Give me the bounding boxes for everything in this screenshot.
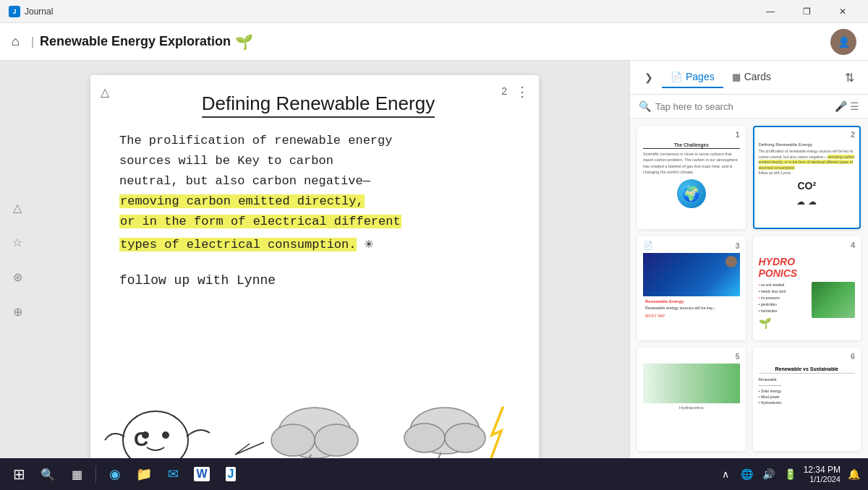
page-thumb-6-content: Renewable vs Sustainable Renewable ─────…: [754, 364, 860, 408]
right-panel: ❯ 📄 Pages ▦ Cards ⇅ 🔍 🎤 ☰: [629, 61, 868, 458]
search-filter-icon[interactable]: ☰: [850, 100, 859, 112]
page-thumb-3-header: 📄 3: [639, 238, 744, 253]
search-container: 🔍 🎤 ☰: [630, 95, 868, 119]
star-asterisk: ✳: [365, 236, 373, 252]
tab-pages[interactable]: 📄 Pages: [662, 66, 723, 88]
page-thumb-3-content: Renewable Energy Renewable energy source…: [639, 253, 744, 340]
titlebar-app-name: Journal: [25, 7, 754, 17]
toolbar-tag-icon[interactable]: ⊕: [9, 303, 26, 320]
mail-icon: ✉: [168, 466, 179, 482]
page-thumb-3[interactable]: 📄 3 Renewable Energy Renewable energy so…: [637, 236, 746, 340]
canvas-area: △ ☆ ⊛ ⊕ 2 ⋮ △ Defining Renewable Energy …: [0, 61, 629, 458]
word-button[interactable]: W: [189, 461, 215, 487]
page-thumb-2-content: Defining Renewable Energy The prolificat…: [754, 142, 860, 228]
taskbar-right: ∧ 🌐 🔊 🔋 12:34 PM 1/1/2024 🔔: [717, 465, 862, 483]
tab-cards[interactable]: ▦ Cards: [723, 66, 780, 88]
task-view-button[interactable]: ▦: [64, 461, 90, 487]
page-thumb-4-header: 4: [754, 238, 860, 252]
page-thumb-2[interactable]: 2 Defining Renewable Energy The prolific…: [753, 126, 861, 229]
page-thumb-1[interactable]: 1 The Challenges Scientific consensus is…: [637, 126, 746, 229]
edge-icon: ◉: [109, 466, 121, 482]
taskbar-battery-icon[interactable]: 🔋: [782, 465, 799, 483]
page-thumb-1-content: The Challenges Scientific consensus is c…: [639, 142, 744, 228]
body-line-3: neutral, but also carbon negative—: [119, 171, 517, 192]
thumb-6-body: Renewable ───────── • Solar energy • Win…: [759, 377, 856, 405]
panel-toggle-button[interactable]: ❯: [639, 67, 659, 87]
taskbar-clock[interactable]: 12:34 PM 1/1/2024: [804, 465, 841, 483]
taskbar-date: 1/1/2024: [804, 475, 841, 483]
page-thumb-4[interactable]: 4 HYDROPONICS • no soil needed • needs l…: [753, 236, 861, 340]
app-header: ⌂ | Renewable Energy Exploration 🌱 👤: [0, 23, 868, 61]
app-icon: J: [9, 6, 20, 17]
svg-point-0: [123, 411, 188, 458]
search-input[interactable]: [655, 101, 830, 112]
explorer-icon: 📁: [136, 466, 152, 482]
body-line-2: sources will be Key to carbon: [119, 151, 517, 171]
sort-button[interactable]: ⇅: [839, 67, 859, 87]
maximize-button[interactable]: ❐: [790, 0, 823, 23]
page-thumb-5[interactable]: 5 Hydroponics: [637, 348, 746, 451]
minimize-button[interactable]: —: [754, 0, 787, 23]
body-line-6: types of electrical consumption. ✳: [119, 232, 517, 256]
notebook-title-text: Renewable Energy Exploration: [40, 34, 231, 49]
taskbar-network-icon[interactable]: 🌐: [739, 465, 756, 483]
thumb-6-title: Renewable vs Sustainable: [759, 366, 856, 374]
svg-point-6: [315, 424, 358, 456]
page-thumb-5-header: 5: [639, 349, 744, 364]
user-avatar[interactable]: 👤: [830, 29, 856, 55]
page-5-label: Hydroponics: [643, 403, 740, 412]
page-thumb-4-content: HYDROPONICS • no soil needed • needs les…: [754, 252, 860, 333]
page-scroll-up[interactable]: △: [101, 85, 109, 99]
hydro-plant-icon: 🌱: [759, 317, 856, 329]
taskbar-search-icon: 🔍: [41, 468, 55, 481]
pages-grid: 1 The Challenges Scientific consensus is…: [630, 119, 868, 458]
hydro-green-image: [812, 282, 855, 318]
start-button[interactable]: ⊞: [6, 461, 32, 487]
page-thumb-6-num: 6: [851, 352, 855, 361]
home-icon[interactable]: ⌂: [12, 34, 20, 49]
toolbar-star-icon[interactable]: ☆: [9, 233, 26, 251]
thumb-2-co2: CO²: [759, 179, 856, 194]
notification-icon[interactable]: 🔔: [845, 465, 862, 483]
left-toolbar: △ ☆ ⊛ ⊕: [9, 199, 26, 320]
close-button[interactable]: ✕: [826, 0, 859, 23]
page-3-avatar: [726, 256, 737, 267]
explorer-button[interactable]: 📁: [131, 461, 157, 487]
thumb-2-cloud-1: ☁: [796, 196, 805, 208]
highlighted-text-2: or in the form of electrical different: [119, 215, 401, 228]
search-icon: 🔍: [639, 100, 651, 112]
mail-button[interactable]: ✉: [160, 461, 186, 487]
toolbar-link-icon[interactable]: ⊛: [9, 268, 26, 285]
page-thumb-3-icon: 📄: [643, 241, 653, 250]
page-3-highlight: MOST IMP: [645, 313, 738, 319]
main-content: △ ☆ ⊛ ⊕ 2 ⋮ △ Defining Renewable Energy …: [0, 61, 868, 458]
svg-point-9: [445, 424, 485, 452]
page-menu-button[interactable]: ⋮: [516, 84, 529, 100]
cards-icon: ▦: [732, 72, 741, 82]
page-thumb-6[interactable]: 6 Renewable vs Sustainable Renewable ───…: [753, 348, 861, 451]
edge-button[interactable]: ◉: [102, 461, 128, 487]
toolbar-up-icon[interactable]: △: [9, 199, 26, 216]
taskbar-chevron[interactable]: ∧: [717, 465, 734, 483]
body-line-4: removing carbon emitted directly,: [119, 192, 517, 212]
drawings-area: C: [90, 379, 539, 458]
page-card: 2 ⋮ △ Defining Renewable Energy The prol…: [90, 75, 539, 458]
body-line-5: or in the form of electrical different: [119, 212, 517, 232]
search-voice-icon[interactable]: 🎤: [835, 100, 847, 112]
journal-button[interactable]: J: [218, 461, 244, 487]
page-3-earth-image: [643, 253, 740, 296]
cards-tab-label: Cards: [744, 71, 771, 82]
page-title: Defining Renewable Energy: [202, 93, 435, 118]
journal-taskbar-icon: J: [226, 467, 237, 481]
taskbar-volume-icon[interactable]: 🔊: [760, 465, 778, 483]
thumb-1-globe: 🌍: [677, 179, 706, 208]
page-thumb-4-num: 4: [851, 241, 855, 249]
page-thumb-3-num: 3: [735, 241, 739, 250]
plant-emoji: 🌱: [235, 33, 253, 51]
svg-point-8: [404, 424, 445, 452]
thumb-1-title: The Challenges: [643, 142, 740, 149]
thumb-2-highlight: removing carbon emitted directly, or in …: [759, 155, 855, 170]
search-button[interactable]: 🔍: [35, 461, 61, 487]
thumb-2-body: The prolification of renewable energy so…: [759, 149, 856, 171]
page-thumb-5-content: Hydroponics: [639, 364, 744, 450]
